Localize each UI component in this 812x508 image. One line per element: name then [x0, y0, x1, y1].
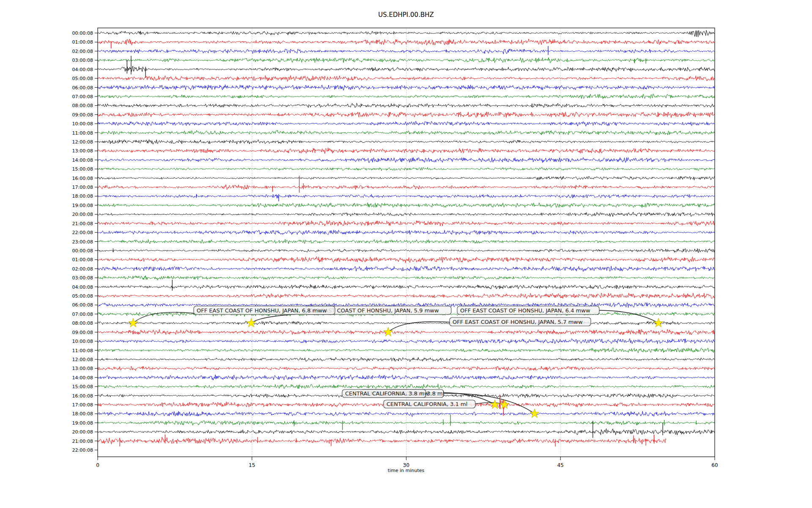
trace-row: [98, 348, 715, 353]
trace-row: [98, 248, 715, 253]
event-star-icon: [129, 318, 138, 327]
row-label: 22:00:08: [72, 230, 93, 235]
row-label: 01:00:08: [72, 257, 93, 262]
x-tick-label: 60: [711, 462, 718, 468]
trace-row: [98, 94, 715, 99]
row-label: 22:00:08: [72, 447, 93, 453]
row-label: 15:00:08: [72, 166, 93, 172]
row-label: 00:00:08: [72, 30, 93, 36]
row-label: 19:00:08: [72, 203, 93, 208]
trace-row: [98, 375, 715, 380]
x-axis-label: time in minutes: [388, 468, 425, 473]
row-label: 09:00:08: [72, 112, 93, 118]
row-label: 12:00:08: [72, 139, 93, 145]
trace-row: [98, 230, 715, 235]
row-label: 06:00:08: [72, 85, 93, 91]
row-label: 03:00:08: [72, 275, 93, 281]
event-star-icon: [654, 318, 663, 327]
plot-content: 00:00:0801:00:0802:00:0803:00:0804:00:08…: [72, 28, 718, 468]
event-annotation-label: OFF EAST COAST OF HONSHU, JAPAN, 5.7 mww: [453, 319, 583, 325]
row-label: 11:00:08: [72, 130, 93, 136]
event-star-icon: [530, 409, 539, 418]
row-label: 17:00:08: [72, 185, 93, 190]
row-label: 14:00:08: [72, 157, 93, 163]
row-label: 02:00:08: [72, 49, 93, 54]
trace-row: [98, 130, 715, 135]
row-label: 04:00:08: [72, 67, 93, 72]
row-label: 12:00:08: [72, 357, 93, 362]
x-tick-label: 45: [557, 462, 564, 468]
trace-row: [98, 103, 715, 108]
row-label: 02:00:08: [72, 266, 93, 272]
trace-row: [98, 284, 715, 289]
trace-row: [98, 49, 715, 54]
event-annotation-label: OFF EAST COAST OF HONSHU, JAPAN, 6.4 mww: [460, 307, 590, 314]
row-label: 06:00:08: [72, 302, 93, 308]
row-label: 21:00:08: [72, 221, 93, 226]
helicorder-plot: US.EDHPI.00.BHZ 00:00:0801:00:0802:00:08…: [0, 0, 812, 508]
row-label: 15:00:08: [72, 384, 93, 389]
row-label: 04:00:08: [72, 284, 93, 290]
trace-row: [98, 276, 715, 280]
event-leader-line: [599, 310, 658, 323]
row-label: 09:00:08: [72, 330, 93, 335]
event-star-icon: [384, 327, 393, 336]
event-annotation-label: CENTRAL CALIFORNIA, 3.8 mw: [345, 390, 429, 397]
row-label: 19:00:08: [72, 420, 93, 426]
row-label: 20:00:08: [72, 429, 93, 435]
trace-row: [98, 384, 715, 389]
row-label: 23:00:08: [72, 239, 93, 245]
trace-row: [98, 329, 715, 335]
row-label: 03:00:08: [72, 58, 93, 63]
trace-row: [98, 30, 715, 37]
row-label: 17:00:08: [72, 402, 93, 408]
trace-row: [98, 121, 715, 127]
row-label: 18:00:08: [72, 411, 93, 417]
row-label: 10:00:08: [72, 121, 93, 127]
row-label: 13:00:08: [72, 366, 93, 371]
trace-row: [98, 357, 715, 362]
row-label: 13:00:08: [72, 148, 93, 154]
trace-row: [98, 148, 715, 154]
row-label: 07:00:08: [72, 94, 93, 99]
row-label: 10:00:08: [72, 339, 93, 344]
event-star-icon: [490, 400, 499, 409]
row-label: 05:00:08: [72, 293, 93, 299]
row-label: 05:00:08: [72, 76, 93, 81]
row-label: 16:00:08: [72, 393, 93, 399]
seismogram-figure: US.EDHPI.00.BHZ 00:00:0801:00:0802:00:08…: [0, 0, 812, 508]
x-tick-label: 30: [403, 462, 409, 468]
row-label: 20:00:08: [72, 212, 93, 217]
x-tick-label: 0: [96, 462, 99, 468]
trace-row: [98, 176, 715, 180]
row-label: 14:00:08: [72, 375, 93, 381]
row-label: 16:00:08: [72, 176, 93, 181]
row-label: 11:00:08: [72, 348, 93, 353]
row-label: 21:00:08: [72, 439, 93, 444]
row-label: 18:00:08: [72, 193, 93, 199]
event-star-icon: [247, 318, 256, 327]
row-label: 08:00:08: [72, 103, 93, 108]
row-label: 00:00:08: [72, 248, 93, 254]
row-label: 01:00:08: [72, 39, 93, 45]
x-tick-label: 15: [249, 462, 255, 468]
trace-row: [98, 437, 666, 444]
row-label: 07:00:08: [72, 312, 93, 317]
event-annotation-label: CENTRAL CALIFORNIA, 3.1 ml: [387, 401, 467, 407]
trace-row: [98, 203, 715, 208]
row-label: 08:00:08: [72, 320, 93, 326]
plot-title: US.EDHPI.00.BHZ: [378, 11, 434, 19]
event-annotation-label: OFF EAST COAST OF HONSHU, JAPAN, 6.8 mww: [197, 307, 327, 314]
